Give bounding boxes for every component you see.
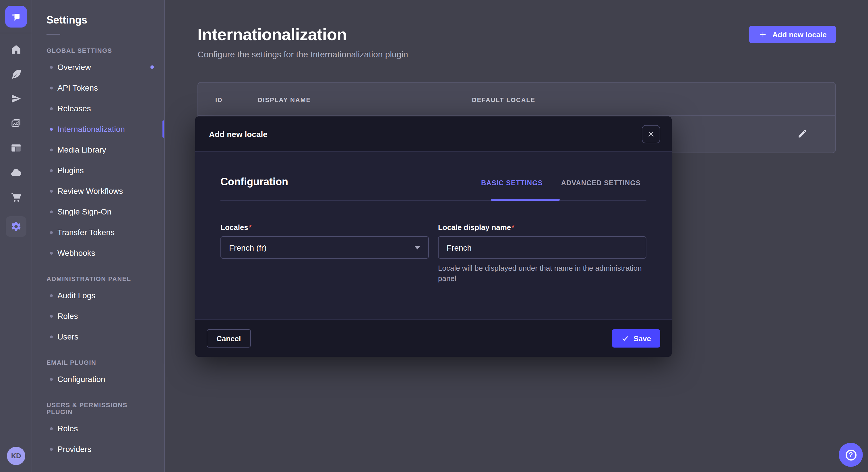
modal-title: Add new locale: [209, 129, 268, 138]
required-asterisk: *: [512, 223, 515, 232]
add-new-locale-modal: Add new locale Configuration BASIC SETTI…: [195, 116, 672, 357]
active-tab-underline: [491, 199, 560, 201]
close-button[interactable]: [642, 125, 660, 143]
locale-form: Locales* French (fr) Locale display name…: [220, 222, 646, 291]
tab-basic-settings[interactable]: BASIC SETTINGS: [481, 179, 543, 187]
close-icon: [646, 129, 656, 138]
strapi-settings-page: KD Settings GLOBAL SETTINGS Overview API…: [0, 0, 868, 472]
locales-select-value: French (fr): [229, 243, 267, 252]
display-name-input[interactable]: [438, 236, 646, 259]
check-icon: [621, 334, 629, 342]
tabs-divider: [220, 200, 646, 201]
required-asterisk: *: [249, 223, 252, 232]
cancel-button[interactable]: Cancel: [207, 329, 251, 347]
tab-advanced-settings[interactable]: ADVANCED SETTINGS: [561, 179, 641, 187]
display-name-field: Locale display name* Locale will be disp…: [438, 222, 646, 291]
settings-tabs: BASIC SETTINGS ADVANCED SETTINGS: [481, 179, 646, 187]
display-name-label: Locale display name*: [438, 223, 515, 232]
chevron-down-icon: [414, 246, 420, 249]
display-name-hint: Locale will be displayed under that name…: [438, 263, 646, 283]
configuration-header: Configuration BASIC SETTINGS ADVANCED SE…: [220, 152, 646, 188]
modal-header: Add new locale: [195, 116, 672, 152]
save-button[interactable]: Save: [612, 329, 660, 347]
configuration-title: Configuration: [220, 176, 288, 188]
modal-footer: Cancel Save: [195, 319, 672, 357]
modal-body: Configuration BASIC SETTINGS ADVANCED SE…: [195, 152, 672, 291]
locales-label: Locales*: [220, 223, 252, 232]
locales-field: Locales* French (fr): [220, 222, 429, 291]
locales-select[interactable]: French (fr): [220, 236, 429, 259]
